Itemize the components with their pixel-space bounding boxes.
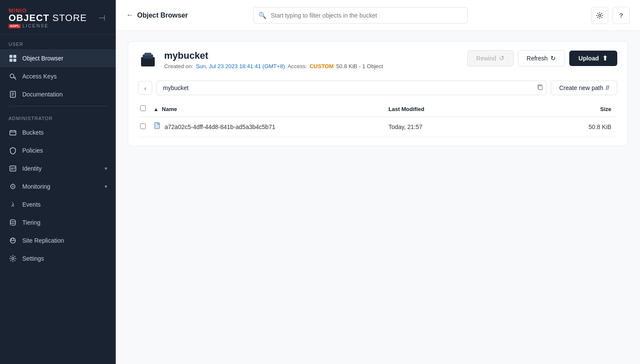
- sidebar-item-buckets[interactable]: Buckets: [0, 123, 116, 141]
- path-back-button[interactable]: ‹: [138, 81, 152, 95]
- bucket-icon: [138, 50, 157, 69]
- sidebar-item-object-browser[interactable]: Object Browser: [0, 49, 116, 67]
- refresh-button[interactable]: Refresh ↻: [518, 50, 565, 66]
- documentation-icon: [9, 90, 17, 99]
- identity-chevron-icon: ▾: [105, 165, 107, 171]
- svg-point-18: [12, 186, 14, 187]
- access-label: Access:: [288, 63, 307, 69]
- create-new-path-button[interactable]: Create new path //: [551, 81, 617, 95]
- upload-button[interactable]: Upload ⬆: [569, 51, 617, 66]
- search-icon: 🔍: [258, 12, 267, 19]
- svg-rect-2: [9, 59, 12, 62]
- create-path-label: Create new path: [559, 84, 603, 91]
- path-copy-button[interactable]: [537, 84, 543, 92]
- identity-icon: [9, 164, 17, 173]
- sidebar-item-label: Buckets: [22, 129, 44, 136]
- sidebar-item-label: Tiering: [22, 219, 40, 226]
- row-checkbox[interactable]: [140, 123, 146, 129]
- buckets-icon: [9, 128, 17, 137]
- sidebar-item-tiering[interactable]: Tiering: [0, 214, 116, 232]
- refresh-label: Refresh: [527, 55, 548, 62]
- bucket-actions: Rewind ↺ Refresh ↻ Upload ⬆: [467, 50, 617, 66]
- settings-button[interactable]: [591, 7, 608, 24]
- sidebar-collapse-button[interactable]: ⊣: [97, 12, 107, 24]
- row-size-cell: 50.8 KiB: [523, 117, 617, 137]
- select-all-header: [138, 101, 147, 117]
- svg-point-14: [11, 168, 13, 169]
- file-name: a72a02c5-4dff-44d8-841b-ad5a3b4c5b71: [165, 123, 275, 130]
- path-bar: ‹ Create new path //: [138, 76, 617, 101]
- tiering-icon: [9, 218, 17, 227]
- logo-title: OBJECT STORE: [9, 13, 87, 23]
- select-all-checkbox[interactable]: [140, 105, 146, 111]
- sidebar-item-monitoring[interactable]: Monitoring ▾: [0, 177, 116, 196]
- monitoring-chevron-icon: ▾: [105, 184, 107, 190]
- col-header-name[interactable]: ▲ Name: [147, 101, 382, 117]
- access-keys-icon: [9, 72, 17, 81]
- rewind-button: Rewind ↺: [467, 50, 514, 66]
- table-row[interactable]: a72a02c5-4dff-44d8-841b-ad5a3b4c5b71 Tod…: [138, 117, 617, 137]
- objects-table: ▲ Name Last Modified Size: [138, 101, 617, 137]
- topbar-actions: ?: [591, 7, 630, 24]
- rewind-label: Rewind: [476, 55, 496, 62]
- sidebar-item-label: Access Keys: [22, 73, 57, 80]
- sidebar-divider: [9, 106, 107, 106]
- user-section-label: User: [0, 35, 116, 49]
- sidebar-item-label: Events: [22, 201, 41, 208]
- sidebar-item-settings[interactable]: Settings: [0, 250, 116, 268]
- sidebar-item-events[interactable]: λ Events: [0, 196, 116, 214]
- svg-point-23: [598, 14, 601, 16]
- events-icon: λ: [9, 200, 17, 209]
- sidebar-item-policies[interactable]: Policies: [0, 141, 116, 159]
- help-button[interactable]: ?: [613, 7, 630, 24]
- refresh-icon: ↻: [550, 54, 556, 62]
- sidebar-item-label: Site Replication: [22, 237, 64, 244]
- content-area: mybucket Created on: Sun, Jul 23 2023 18…: [116, 31, 640, 364]
- sidebar-item-access-keys[interactable]: Access Keys: [0, 67, 116, 85]
- sidebar-item-label: Policies: [22, 147, 43, 154]
- svg-point-20: [10, 220, 15, 222]
- license-badge: AGPL: [9, 24, 21, 28]
- path-input-wrap: [156, 81, 547, 95]
- sidebar-item-identity[interactable]: Identity ▾: [0, 159, 116, 177]
- search-bar: 🔍: [253, 7, 468, 24]
- search-input[interactable]: [253, 7, 468, 24]
- table-body: a72a02c5-4dff-44d8-841b-ad5a3b4c5b71 Tod…: [138, 117, 617, 137]
- created-label: Created on:: [164, 63, 193, 69]
- upload-label: Upload: [579, 55, 599, 62]
- sidebar-item-documentation[interactable]: Documentation: [0, 85, 116, 103]
- topbar: ← Object Browser 🔍 ?: [116, 0, 640, 31]
- bucket-meta: Created on: Sun, Jul 23 2023 18:41:41 (G…: [164, 63, 383, 69]
- svg-rect-28: [155, 123, 159, 129]
- bucket-info: mybucket Created on: Sun, Jul 23 2023 18…: [164, 50, 383, 69]
- row-checkbox-cell: [138, 117, 147, 137]
- rewind-icon: ↺: [499, 54, 505, 62]
- sidebar-item-label: Object Browser: [22, 55, 63, 62]
- sidebar-item-label: Monitoring: [22, 183, 50, 190]
- path-input[interactable]: [156, 81, 547, 95]
- site-replication-icon: [9, 236, 17, 245]
- sort-arrow-icon: ▲: [153, 106, 159, 112]
- svg-rect-3: [13, 59, 16, 62]
- sidebar-item-label: Identity: [22, 165, 42, 172]
- row-modified-cell: Today, 21:57: [382, 117, 523, 137]
- col-header-modified[interactable]: Last Modified: [382, 101, 523, 117]
- sidebar-item-label: Documentation: [22, 91, 63, 98]
- bucket-name: mybucket: [164, 50, 383, 61]
- page-title: Object Browser: [137, 12, 188, 19]
- size-info: 50.8 KiB - 1 Object: [336, 63, 383, 69]
- bucket-card: mybucket Created on: Sun, Jul 23 2023 18…: [128, 41, 628, 146]
- settings-icon: [9, 254, 17, 263]
- svg-rect-26: [144, 53, 151, 56]
- back-nav-button[interactable]: ← Object Browser: [126, 11, 188, 20]
- created-date: Sun, Jul 23 2023 18:41:41 (GMT+8): [196, 63, 285, 69]
- upload-icon: ⬆: [602, 54, 608, 62]
- back-arrow-icon: ←: [126, 11, 134, 20]
- monitoring-icon: [9, 182, 17, 191]
- col-header-size[interactable]: Size: [523, 101, 617, 117]
- main-content: ← Object Browser 🔍 ?: [116, 0, 640, 364]
- svg-rect-0: [9, 55, 12, 58]
- sidebar-logo: MINIO OBJECT STORE AGPL LICENSE ⊣: [0, 0, 116, 35]
- sidebar-item-site-replication[interactable]: Site Replication: [0, 232, 116, 250]
- svg-rect-27: [538, 86, 542, 90]
